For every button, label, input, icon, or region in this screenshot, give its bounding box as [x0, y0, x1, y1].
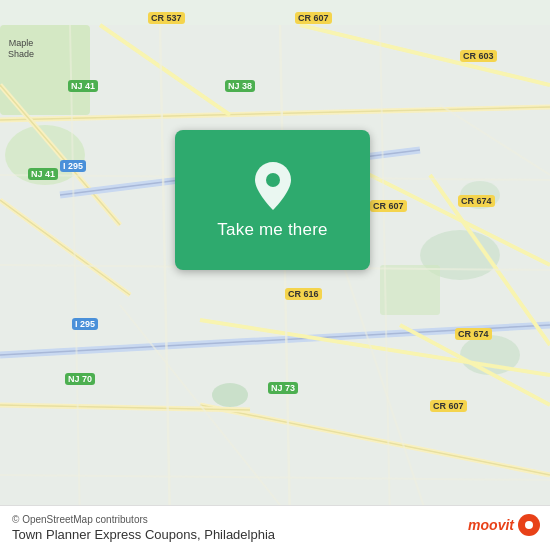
attribution-text: © OpenStreetMap contributors	[12, 514, 148, 525]
i295-top-label: I 295	[60, 160, 86, 172]
take-me-there-button[interactable]: Take me there	[175, 130, 370, 270]
osm-attribution: © OpenStreetMap contributors	[12, 514, 538, 525]
cr607-mid-label: CR 607	[370, 200, 407, 212]
take-me-there-label: Take me there	[217, 220, 327, 240]
nj70-label: NJ 70	[65, 373, 95, 385]
map-container: MapleShade CR 537 CR 607 CR 607 CR 607 C…	[0, 0, 550, 550]
app-title: Town Planner Express Coupons, Philadelph…	[12, 527, 538, 542]
nj41-bot-label: NJ 41	[28, 168, 58, 180]
moovit-text: moovit	[468, 517, 514, 533]
i295-bot-label: I 295	[72, 318, 98, 330]
cr674-top-label: CR 674	[458, 195, 495, 207]
cr674-bot-label: CR 674	[455, 328, 492, 340]
map-pin-icon	[251, 160, 295, 212]
cr603-label: CR 603	[460, 50, 497, 62]
maple-shade-label: MapleShade	[8, 38, 34, 60]
cr616-label: CR 616	[285, 288, 322, 300]
nj41-top-label: NJ 41	[68, 80, 98, 92]
svg-point-3	[212, 383, 248, 407]
cr537-label: CR 537	[148, 12, 185, 24]
nj38-label: NJ 38	[225, 80, 255, 92]
cr607-bot-label: CR 607	[430, 400, 467, 412]
svg-point-38	[266, 173, 280, 187]
cr607-top-label: CR 607	[295, 12, 332, 24]
moovit-dot-inner	[525, 521, 533, 529]
moovit-dot-icon	[518, 514, 540, 536]
nj73-label: NJ 73	[268, 382, 298, 394]
svg-rect-7	[380, 265, 440, 315]
moovit-logo: moovit	[468, 514, 540, 536]
